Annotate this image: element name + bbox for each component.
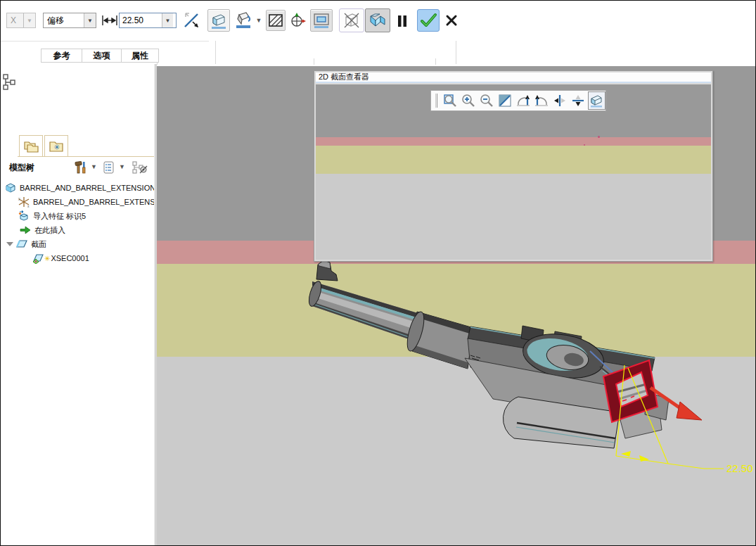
capped-section-button[interactable]: [365, 8, 390, 32]
xsec-icon: [32, 253, 44, 264]
flip-horizontal-icon[interactable]: [551, 91, 569, 110]
section-plane-button[interactable]: [207, 9, 230, 32]
pause-icon[interactable]: [395, 12, 410, 30]
favorites-folder-icon: ✳: [48, 139, 65, 154]
model-tree-header: 模型树 ▼ ▼: [1, 158, 154, 177]
zoom-in-icon[interactable]: [459, 91, 477, 110]
tab-label: 属性: [132, 50, 148, 62]
tab-label: 选项: [94, 50, 110, 62]
section-type-combo[interactable]: 偏移 ▼: [43, 13, 96, 28]
flip-vertical-icon[interactable]: [570, 91, 587, 110]
tab-options[interactable]: 选项: [82, 49, 122, 63]
tree-item-import-feature[interactable]: 导入特征 标识5: [1, 209, 154, 223]
application-window: X ▼ 偏移 ▼ ▼ ▼: [0, 0, 756, 546]
navigator-panel: ✳ 模型树 ▼ ▼ BARREL_AND_BARREL_EXTENSION.PR…: [1, 64, 154, 546]
csys-button[interactable]: [288, 10, 307, 31]
tree-item-xsec0001[interactable]: ✳ XSEC0001: [1, 251, 154, 265]
viewer-band-yellow: [316, 146, 711, 174]
cell-separator: [314, 58, 314, 65]
section-curve-mark: [598, 136, 600, 138]
chevron-down-icon[interactable]: ▼: [119, 163, 125, 170]
tree-item-label: BARREL_AND_BARREL_EXTENSION.PRT: [20, 184, 154, 192]
insert-here-icon: [19, 224, 32, 236]
rotate-ccw-icon[interactable]: [533, 91, 551, 110]
section-curve-mark: [584, 144, 585, 146]
fill-color-button[interactable]: [233, 10, 254, 31]
section-icon: [15, 239, 28, 250]
model-tree: BARREL_AND_BARREL_EXTENSION.PRT yx BARRE…: [1, 181, 154, 265]
cell-separator: [435, 58, 436, 65]
show-plane-icon[interactable]: [588, 91, 606, 110]
offset-value-input[interactable]: [120, 15, 162, 25]
list-settings-icon[interactable]: [102, 160, 116, 177]
viewer-band-light: [316, 174, 711, 260]
dashboard-toolbar: X ▼ 偏移 ▼ ▼ ▼: [1, 1, 756, 41]
view-window-button[interactable]: [310, 9, 333, 32]
chevron-down-icon[interactable]: ▼: [162, 13, 173, 27]
chevron-down-icon[interactable]: ▼: [84, 13, 96, 27]
fill-color-caret[interactable]: ▼: [254, 15, 264, 26]
folders-icon: [23, 139, 39, 154]
tab-underline: [18, 156, 154, 157]
model-tree-title: 模型树: [9, 162, 34, 174]
wireframe-section-button[interactable]: [339, 8, 364, 32]
group-separator: [456, 41, 456, 64]
tab-references[interactable]: 参考: [41, 49, 82, 63]
zoom-out-icon[interactable]: [478, 91, 495, 110]
expand-triangle-icon[interactable]: [6, 242, 13, 246]
tab-label: 参考: [53, 50, 70, 62]
section-type-value: 偏移: [44, 15, 84, 27]
plane-combo: X ▼: [6, 13, 36, 28]
offset-value-field[interactable]: ▼: [119, 13, 177, 28]
tree-item-label: XSEC0001: [51, 254, 89, 262]
dashboard-divider: [1, 41, 209, 42]
chevron-down-icon: ▼: [23, 13, 35, 27]
flip-direction-icon[interactable]: [180, 10, 203, 31]
plane-combo-value: X: [7, 15, 23, 25]
viewer-titlebar[interactable]: 2D 截面查看器: [316, 72, 711, 83]
model-tree-icon[interactable]: [2, 73, 18, 91]
tree-item-sections[interactable]: 截面: [1, 237, 154, 251]
hatch-button[interactable]: [266, 10, 286, 31]
flip-section-icon[interactable]: [496, 91, 513, 110]
toolbar-grip[interactable]: [435, 94, 437, 108]
tree-item-label: BARREL_AND_BARREL_EXTENSION: [33, 198, 154, 206]
part-icon: [4, 182, 17, 193]
show-tree-icon[interactable]: [132, 160, 148, 177]
viewer-band-pink: [316, 137, 711, 146]
rotate-cw-icon[interactable]: [514, 91, 532, 110]
viewer-title: 2D 截面查看器: [319, 72, 369, 82]
tree-item-label: 截面: [31, 239, 46, 250]
chevron-down-icon[interactable]: ▼: [91, 163, 97, 170]
tree-item-insert-here[interactable]: 在此插入: [1, 223, 154, 237]
tree-item-label: 在此插入: [34, 225, 65, 236]
dimension-icon: [101, 13, 118, 27]
svg-text:✳: ✳: [53, 143, 60, 151]
group-separator: [215, 41, 216, 64]
cancel-button[interactable]: [444, 13, 459, 28]
zoom-window-icon[interactable]: [441, 91, 459, 110]
dimension-value[interactable]: 22.50: [726, 462, 753, 474]
tab-properties[interactable]: 属性: [121, 49, 159, 63]
status-asterisk: ✳: [44, 255, 50, 262]
viewer-toolbar: [430, 90, 606, 111]
viewer-content[interactable]: [316, 84, 711, 260]
section-viewer-window[interactable]: 2D 截面查看器: [314, 70, 713, 262]
csys-icon: yx: [18, 196, 30, 208]
graphics-area[interactable]: 22.50 2D 截面查看器: [157, 66, 755, 545]
tools-icon[interactable]: [72, 160, 88, 178]
ok-button[interactable]: [417, 9, 440, 32]
tree-item-label: 导入特征 标识5: [33, 211, 86, 222]
tree-item-csys[interactable]: yx BARREL_AND_BARREL_EXTENSION: [1, 195, 154, 209]
favorites-tab[interactable]: ✳: [44, 135, 68, 156]
folder-browser-tab[interactable]: [19, 135, 43, 156]
import-feature-icon: [18, 210, 30, 222]
svg-text:x: x: [27, 204, 30, 208]
tree-item-part[interactable]: BARREL_AND_BARREL_EXTENSION.PRT: [1, 181, 154, 195]
